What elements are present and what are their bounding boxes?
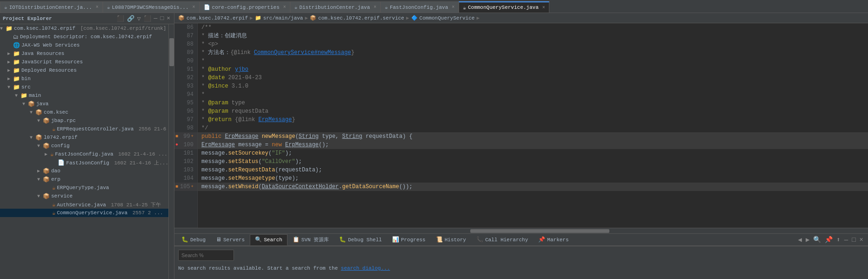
- code-103: message.: [201, 167, 228, 173]
- pin-btn[interactable]: 📌: [824, 236, 834, 244]
- fn-105: setWhseid: [228, 184, 259, 190]
- search-input-area[interactable]: [178, 250, 234, 261]
- horizontal-scrollbar[interactable]: [174, 228, 868, 233]
- breadcrumb-package-icon: 📦: [178, 15, 185, 21]
- tree-arrow-config: ▼: [37, 143, 43, 149]
- breadcrumb-sep-2: ▶: [305, 15, 308, 21]
- tree-item-authservice[interactable]: ☕ AuthService.java 1708 21-4-25 下午: [0, 200, 168, 209]
- maximize-icon[interactable]: □: [159, 15, 165, 22]
- tab-close-iot[interactable]: ×: [96, 5, 99, 10]
- bottom-tab-svn[interactable]: 📋 SVN 资源库: [287, 234, 334, 245]
- bottom-tab-servers[interactable]: 🖥 Servers: [211, 234, 250, 245]
- bottom-toolbar: ◀ ▶ 🔍 📌 ⬆ — □ ×: [797, 236, 868, 244]
- tree-item-erpquerytype[interactable]: ☕ ERPQueryType.java: [0, 184, 168, 192]
- breadcrumb-path[interactable]: src/main/java: [263, 15, 303, 21]
- tree-arrow-deployed: ▶: [7, 68, 13, 73]
- str-102: "CallOver": [262, 158, 295, 165]
- bottom-tab-debug[interactable]: 🐛 Debug: [176, 234, 211, 245]
- project-tree[interactable]: ▼ 📁 com.ksec.l0742.erpif [com.ksec.l0742…: [0, 24, 168, 279]
- bottom-tab-search[interactable]: 🔍 Search: [250, 234, 287, 245]
- bottom-tab-call-hierarchy[interactable]: 📞 Call Hierarchy: [471, 234, 533, 245]
- search-dialog-link[interactable]: search dialog...: [341, 265, 390, 271]
- tree-item-src[interactable]: ▼ 📁 src: [0, 83, 168, 91]
- search-btn[interactable]: 🔍: [812, 236, 822, 244]
- line-num-90: 90: [174, 57, 197, 65]
- tree-label-l0742: l0742.erpif: [44, 135, 78, 140]
- editor-tab-bar: ☕ IOTDistributionCenter.ja... × ☕ L0887D…: [0, 0, 868, 13]
- link-89: CommonQueryService#newMessage: [254, 49, 351, 56]
- close-bottom-btn[interactable]: ×: [859, 236, 864, 244]
- marker-105: ■: [175, 183, 178, 191]
- anno-95: @param: [208, 100, 228, 106]
- tree-item-jax[interactable]: 🌐 JAX-WS Web Services: [0, 41, 168, 49]
- tree-item-commonqueryservice[interactable]: ☕ CommonQueryService.java 2557 2 ...: [0, 209, 168, 217]
- tree-item-config[interactable]: ▼ 📦 config: [0, 142, 168, 150]
- next-btn[interactable]: ▶: [805, 236, 810, 244]
- tab-close-dist[interactable]: ×: [374, 5, 376, 10]
- java-res-icon: 📁: [13, 50, 20, 57]
- link-with-editor-icon[interactable]: 🔗: [126, 15, 135, 22]
- bottom-tab-markers[interactable]: 📌 Markers: [533, 234, 574, 245]
- tab-label-6: CommonQueryService.java: [468, 5, 539, 10]
- markers-icon: 📌: [538, 236, 545, 243]
- bottom-tab-history[interactable]: 📜 History: [431, 234, 471, 245]
- tree-item-jbap[interactable]: ▼ 📦 jbap.rpc: [0, 116, 168, 125]
- comment-97b: {@link: [232, 116, 259, 123]
- breadcrumb-class[interactable]: CommonQueryService: [420, 15, 475, 21]
- tree-item-comksec[interactable]: ▼ 📦 com.ksec: [0, 108, 168, 116]
- code-line-101: message.setSourcekey("IF");: [198, 149, 868, 157]
- tab-label-3: core-config.properties: [212, 5, 280, 10]
- java-icon-4: ☕: [385, 4, 388, 10]
- search-tab-icon: 🔍: [255, 236, 262, 243]
- tab-core[interactable]: 📄 core-config.properties ×: [200, 1, 290, 13]
- tree-item-js-res[interactable]: ▶ 📁 JavaScript Resources: [0, 58, 168, 66]
- close-icon[interactable]: ×: [166, 15, 171, 22]
- zh-87: 描述：创建消息: [208, 33, 247, 39]
- search-input[interactable]: [181, 252, 231, 258]
- cls-105: DataSourceContextHolder: [262, 184, 339, 190]
- tree-item-bin[interactable]: ▶ 📁 bin: [0, 75, 168, 83]
- collapse-all-icon[interactable]: ⬛: [116, 15, 125, 22]
- tab-close-cqs[interactable]: ×: [542, 5, 545, 10]
- tree-item-java-folder[interactable]: ▼ 📦 java: [0, 100, 168, 108]
- space3-99: requestData) {: [362, 133, 413, 140]
- tab-l0887[interactable]: ☕ L0887DMP3WCSMessageDis... ×: [103, 1, 200, 13]
- maximize-bottom-btn[interactable]: □: [851, 236, 856, 244]
- tree-item-java-res[interactable]: ▶ 📁 Java Resources: [0, 49, 168, 58]
- comment-98: */: [201, 125, 208, 131]
- tab-iot[interactable]: ☕ IOTDistributionCenter.ja... ×: [0, 1, 103, 13]
- tree-item-erprequestcontroller[interactable]: ☕ ERPRequestController.java 2556 21-6: [0, 125, 168, 133]
- tree-item-service[interactable]: ▼ 📦 service: [0, 192, 168, 200]
- breadcrumb-root[interactable]: com.ksec.l0742.erpif: [187, 15, 248, 21]
- tree-item-l0742[interactable]: ▼ 📦 l0742.erpif: [0, 133, 168, 142]
- bottom-tab-debug-shell[interactable]: 🐛 Debug Shell: [334, 234, 387, 245]
- tab-dist[interactable]: ☕ DistributionCenter.java ×: [290, 1, 381, 13]
- fastjsonconfig-icon: ☕: [50, 151, 53, 158]
- tree-scrollbar[interactable]: [168, 24, 174, 279]
- breadcrumb-service[interactable]: com.ksec.l0742.erpif.service: [318, 15, 404, 21]
- tab-cqs[interactable]: ☕ CommonQueryService.java ×: [459, 1, 549, 13]
- expand-btn[interactable]: ⬆: [835, 236, 841, 244]
- code-line-95: * @param type: [198, 99, 868, 107]
- tree-item-dao[interactable]: ▶ 📦 dao: [0, 167, 168, 175]
- minimize-bottom-btn[interactable]: —: [843, 236, 849, 244]
- code-104b: (type);: [275, 175, 298, 182]
- tree-item-deployed[interactable]: ▶ 📁 Deployed Resources: [0, 66, 168, 75]
- view-menu-icon[interactable]: ⬛: [143, 15, 152, 22]
- tree-item-main[interactable]: ▼ 📁 main: [0, 91, 168, 100]
- tree-item-root[interactable]: ▼ 📁 com.ksec.l0742.erpif [com.ksec.l0742…: [0, 24, 168, 33]
- code-content[interactable]: /** * 描述：创建消息 * <p> * 方法名：{@link CommonQ…: [198, 23, 868, 228]
- tree-item-fastjsonconfig-folder[interactable]: ▶ ☕ FastJsonConfig.java 1602 21-4-16 ...: [0, 150, 168, 158]
- filter-icon[interactable]: ▽: [136, 15, 142, 22]
- prev-btn[interactable]: ◀: [797, 236, 802, 244]
- bottom-tab-progress[interactable]: 📊 Progress: [387, 234, 431, 245]
- tab-fast[interactable]: ☕ FastJsonConfig.java ×: [381, 1, 459, 13]
- tree-item-dd[interactable]: 🗂 Deployment Descriptor: com.ksec.l0742.…: [0, 33, 168, 41]
- line-num-100: ● 100: [174, 141, 197, 149]
- tree-item-fastjsonconfig-file[interactable]: 📄 FastJsonConfig 1602 21-4-16 上...: [0, 158, 168, 167]
- tree-item-erp[interactable]: ▼ 📦 erp: [0, 175, 168, 184]
- tab-close-core[interactable]: ×: [283, 5, 286, 10]
- tab-close-l0887[interactable]: ×: [193, 5, 195, 10]
- minimize-icon[interactable]: —: [153, 15, 159, 22]
- tab-close-fast[interactable]: ×: [452, 5, 454, 10]
